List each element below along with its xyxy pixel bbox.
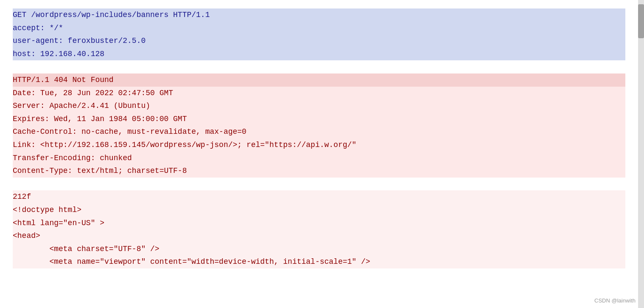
body-hex: 212f bbox=[13, 190, 625, 203]
request-line-4: host: 192.168.40.128 bbox=[13, 48, 625, 61]
response-cache-control: Cache-Control: no-cache, must-revalidate… bbox=[13, 125, 625, 138]
empty-line-1 bbox=[13, 60, 625, 73]
scrollbar[interactable] bbox=[638, 0, 644, 308]
body-head-tag: <head> bbox=[13, 229, 625, 243]
request-section: GET /wordpress/wp-includes/banners HTTP/… bbox=[13, 8, 625, 60]
response-section: HTTP/1.1 404 Not Found Date: Tue, 28 Jun… bbox=[13, 73, 625, 178]
body-html-tag: <html lang="en-US" > bbox=[13, 217, 625, 230]
response-link: Link: <http://192.168.159.145/wordpress/… bbox=[13, 138, 625, 152]
body-section: 212f <!doctype html> <html lang="en-US" … bbox=[13, 190, 625, 268]
response-server: Server: Apache/2.4.41 (Ubuntu) bbox=[13, 99, 625, 113]
watermark: CSDN @lainwith bbox=[594, 297, 636, 304]
body-doctype: <!doctype html> bbox=[13, 203, 625, 217]
request-line-3: user-agent: feroxbuster/2.5.0 bbox=[13, 34, 625, 48]
response-transfer-encoding: Transfer-Encoding: chunked bbox=[13, 152, 625, 165]
body-meta-viewport: <meta name="viewport" content="width=dev… bbox=[13, 255, 625, 268]
scrollbar-thumb[interactable] bbox=[638, 4, 644, 38]
response-content-type: Content-Type: text/html; charset=UTF-8 bbox=[13, 164, 625, 178]
main-container: GET /wordpress/wp-includes/banners HTTP/… bbox=[0, 0, 644, 308]
empty-line-2 bbox=[13, 178, 625, 191]
response-expires: Expires: Wed, 11 Jan 1984 05:00:00 GMT bbox=[13, 113, 625, 126]
request-line-1: GET /wordpress/wp-includes/banners HTTP/… bbox=[13, 8, 625, 22]
response-status: HTTP/1.1 404 Not Found bbox=[13, 73, 625, 87]
response-date: Date: Tue, 28 Jun 2022 02:47:50 GMT bbox=[13, 87, 625, 100]
request-line-2: accept: */* bbox=[13, 22, 625, 35]
body-meta-charset: <meta charset="UTF-8" /> bbox=[13, 243, 625, 256]
content-area[interactable]: GET /wordpress/wp-includes/banners HTTP/… bbox=[0, 0, 638, 308]
